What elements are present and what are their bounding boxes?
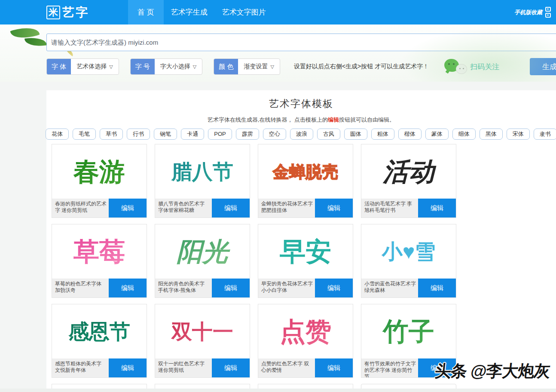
wechat-follow[interactable]: 扫码关注 [444,58,499,76]
card-caption: 腊八节青色的艺术字 字体管家棉花糖编辑 [155,199,250,217]
filter-label: 字 号 [131,59,155,74]
card-description: 点赞的红色艺术字 双心的爱情 [258,358,315,377]
category-button-14[interactable]: 篆体 [425,129,449,140]
nav-item-2[interactable]: 艺术文字图片 [215,0,273,24]
card-caption: 金蝉脱壳的花体艺术字 肥肥扭扭体编辑 [258,199,353,217]
page: 米 艺字 首 页艺术字生成艺术文字图片 手机版收藏 字 体艺术体选择▽字 号字大… [0,0,556,392]
search-section: 字 体艺术体选择▽字 号字大小选择▽颜 色渐变设置▽设置好以后点右侧<生成>按钮… [0,24,556,82]
category-button-16[interactable]: 黑体 [480,129,503,140]
edit-button[interactable]: 编辑 [109,199,147,217]
edit-button[interactable]: 编辑 [418,279,456,297]
filter-dropdown[interactable]: 字大小选择▽ [155,59,202,74]
card-caption: 点赞的红色艺术字 双心的爱情编辑 [258,358,353,377]
edit-button[interactable]: 编辑 [418,199,456,217]
watermark: 头条 @李大炮灰 [434,360,551,382]
category-button-13[interactable]: 楷体 [398,129,422,140]
art-text: 腊八节 [155,144,250,199]
generate-button[interactable]: 生成 [530,58,556,75]
category-button-8[interactable]: 空心 [263,129,286,140]
card-caption: 双十一的红色艺术字 迷你简剪纸编辑 [155,358,250,377]
art-text: 阳光 [155,224,250,279]
filter-group-2: 颜 色渐变设置▽ [214,58,280,75]
header: 米 艺字 首 页艺术字生成艺术文字图片 手机版收藏 [0,0,556,24]
toolbar-hint: 设置好以后点右侧<生成>按钮 才可以生成艺术字！ [294,63,429,70]
edit-button[interactable]: 编辑 [212,358,250,377]
category-button-1[interactable]: 毛笔 [73,129,96,140]
card-caption: 早安的青色花体艺术字 小小白字体编辑 [258,279,353,297]
filter-dropdown[interactable]: 渐变设置▽ [238,59,279,74]
nav-item-0[interactable]: 首 页 [128,0,164,24]
filter-label: 颜 色 [214,59,238,74]
art-text: 草莓 [52,224,147,279]
category-button-5[interactable]: 卡通 [181,129,204,140]
category-button-2[interactable]: 草书 [100,129,123,140]
text-input[interactable] [46,34,556,51]
logo-text: 艺字 [62,4,89,21]
category-button-6[interactable]: POP [208,129,232,140]
card-description: 早安的青色花体艺术字 小小白字体 [258,279,315,297]
template-card-2: 金蝉脱壳金蝉脱壳的花体艺术字 肥肥扭扭体编辑 [258,144,353,218]
edit-button[interactable]: 编辑 [109,358,147,377]
header-right: 手机版收藏 [514,0,551,24]
main-panel: 艺术字体模板 艺术字体在线生成器,在线转换器， 点击模板上的编辑按钮就可以自由编… [46,90,556,392]
card-description: 活动的毛笔艺术字 李旭科毛笔行书 [361,199,418,217]
card-description: 阳光的青色的美术字 手机字体-熊兔体 [155,279,212,297]
subtitle: 艺术字体在线生成器,在线转换器， 点击模板上的编辑按钮就可以自由编辑。 [46,116,556,124]
edit-button[interactable]: 编辑 [212,199,250,217]
card-description: 小雪的蓝色花体艺术字 绿光森林 [361,279,418,297]
filter-dropdown[interactable]: 艺术体选择▽ [71,59,118,74]
category-button-10[interactable]: 古风 [317,129,340,140]
art-text: 早安 [258,224,353,279]
template-card-4: 草莓草莓的粉色艺术字体 加勃沃奇编辑 [52,224,147,298]
art-text: 小♥雪 [361,224,456,279]
card-description: 双十一的红色艺术字 迷你简剪纸 [155,358,212,377]
category-button-4[interactable]: 钢笔 [154,129,177,140]
card-description: 腊八节青色的艺术字 字体管家棉花糖 [155,199,212,217]
category-button-3[interactable]: 行书 [127,129,150,140]
art-text: 感恩节 [52,304,147,359]
qr-code-icon[interactable] [545,7,551,18]
card-description: 金蝉脱壳的花体艺术字 肥肥扭扭体 [258,199,315,217]
category-button-18[interactable]: 隶书 [534,129,556,140]
chevron-down-icon: ▽ [193,64,196,70]
category-button-11[interactable]: 圆体 [344,129,367,140]
subtitle-prefix: 艺术字体在线生成器,在线转换器， 点击模板上的 [208,116,328,123]
card-description: 春游的剪纸样式的艺术字 迷你简剪纸 [52,199,109,217]
category-button-9[interactable]: 波浪 [290,129,313,140]
card-caption: 草莓的粉色艺术字体 加勃沃奇编辑 [52,279,147,297]
template-card-8: 感恩节感恩节粗体的美术字 文悦新青年体编辑 [52,304,147,378]
nav-item-1[interactable]: 艺术字生成 [164,0,215,24]
mobile-bookmark-link[interactable]: 手机版收藏 [514,9,542,16]
category-button-15[interactable]: 细体 [452,129,476,140]
chevron-down-icon: ▽ [270,64,274,70]
filter-group-1: 字 号字大小选择▽ [130,58,203,75]
card-caption: 感恩节粗体的美术字 文悦新青年体编辑 [52,358,147,377]
card-caption: 春游的剪纸样式的艺术字 迷你简剪纸编辑 [52,199,147,217]
template-card-1: 腊八节腊八节青色的艺术字 字体管家棉花糖编辑 [155,144,250,218]
edit-button[interactable]: 编辑 [315,279,353,297]
edit-button[interactable]: 编辑 [315,358,353,377]
edit-button[interactable]: 编辑 [109,279,147,297]
edit-button[interactable]: 编辑 [212,279,250,297]
art-text: 竹子 [361,304,456,359]
art-text: 活动 [361,144,456,199]
leaf-decoration-icon [24,36,47,47]
filter-label: 字 体 [47,59,71,74]
card-description: 草莓的粉色艺术字体 加勃沃奇 [52,279,109,297]
toolbar: 字 体艺术体选择▽字 号字大小选择▽颜 色渐变设置▽设置好以后点右侧<生成>按钮… [46,58,499,75]
wechat-icon [444,58,467,76]
edit-button[interactable]: 编辑 [315,199,353,217]
chevron-down-icon: ▽ [109,64,113,70]
main-nav: 首 页艺术字生成艺术文字图片 [128,0,273,24]
template-card-10: 点赞点赞的红色艺术字 双心的爱情编辑 [258,304,353,378]
category-button-7[interactable]: 霹雳 [236,129,259,140]
template-grid: 春游春游的剪纸样式的艺术字 迷你简剪纸编辑腊八节腊八节青色的艺术字 字体管家棉花… [46,144,556,392]
category-button-17[interactable]: 宋体 [507,129,530,140]
logo[interactable]: 米 艺字 [46,0,89,24]
bottom-band [0,389,556,392]
template-card-6: 早安早安的青色花体艺术字 小小白字体编辑 [258,224,353,298]
category-button-12[interactable]: 粗体 [371,129,394,140]
art-text: 春游 [52,144,147,199]
page-title: 艺术字体模板 [46,90,556,110]
category-button-0[interactable]: 花体 [46,129,69,140]
